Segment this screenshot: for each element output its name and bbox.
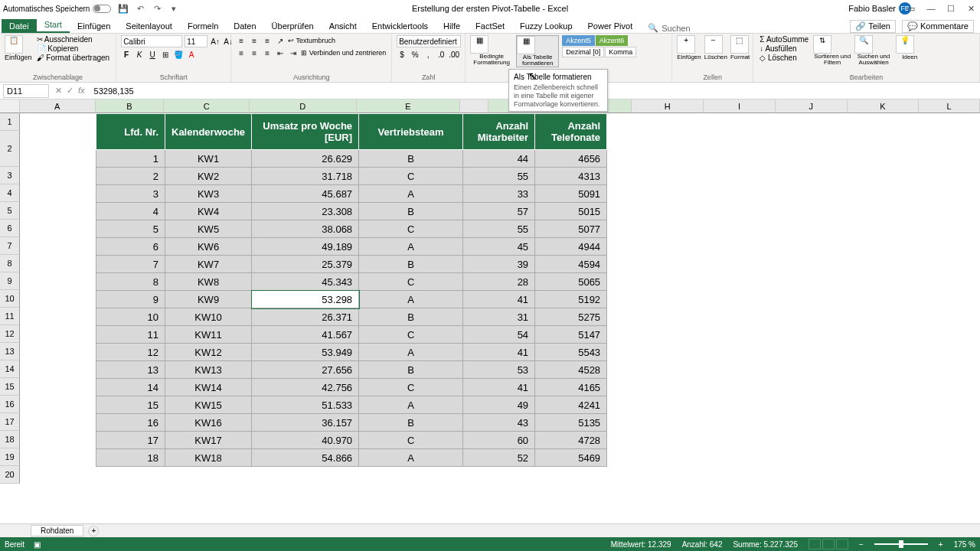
fill-color-icon[interactable]: 🪣	[173, 49, 184, 60]
tab-view[interactable]: Ansicht	[322, 19, 364, 33]
cell[interactable]: 52	[463, 449, 535, 467]
percent-icon[interactable]: %	[410, 49, 420, 60]
cell[interactable]: KW11	[165, 326, 252, 344]
cell[interactable]: 42.756	[252, 379, 359, 396]
col-header-B[interactable]: B	[96, 99, 165, 113]
format-painter-button[interactable]: 🖌 Format übertragen	[35, 54, 112, 62]
col-header-I[interactable]: I	[704, 99, 776, 113]
row-header-10[interactable]: 10	[0, 290, 20, 308]
tab-data[interactable]: Daten	[226, 19, 263, 33]
cell[interactable]: 57	[463, 203, 535, 220]
row-header-16[interactable]: 16	[0, 396, 20, 413]
user-account[interactable]: Fabio Basler FB	[848, 2, 911, 15]
zoom-out-icon[interactable]: −	[859, 540, 864, 549]
cell[interactable]: 4944	[535, 238, 607, 256]
col-header-K[interactable]: K	[848, 99, 920, 113]
select-all-corner[interactable]	[0, 99, 20, 113]
cell[interactable]: 33	[463, 185, 535, 203]
save-icon[interactable]: 💾	[117, 2, 129, 15]
tab-help[interactable]: Hilfe	[436, 19, 468, 33]
cell[interactable]: KW3	[165, 185, 252, 203]
cell[interactable]: 23.308	[252, 203, 359, 220]
col-header-F[interactable]	[460, 99, 488, 113]
font-color-icon[interactable]: A	[186, 49, 197, 60]
cell[interactable]: 38.068	[252, 220, 359, 238]
cell[interactable]: C	[359, 273, 463, 291]
tab-file[interactable]: Datei	[2, 19, 37, 33]
cell[interactable]: KW9	[165, 291, 252, 308]
ribbon-options-icon[interactable]: ▭	[905, 4, 917, 14]
align-bottom-icon[interactable]: ≡	[262, 35, 273, 46]
cell[interactable]: B	[359, 361, 463, 379]
row-header-5[interactable]: 5	[0, 202, 20, 220]
style-accent6[interactable]: Akzent6	[596, 35, 629, 46]
col-header-A[interactable]: A	[20, 99, 96, 113]
cell[interactable]: 49	[463, 396, 535, 414]
cell[interactable]: 3	[96, 185, 165, 203]
tab-review[interactable]: Überprüfen	[264, 19, 322, 33]
cell[interactable]: 53.298	[252, 291, 359, 308]
row-header-18[interactable]: 18	[0, 431, 20, 448]
increase-font-icon[interactable]: A↑	[210, 36, 220, 47]
sort-filter-button[interactable]: ⇅Sortieren und Filtern	[813, 35, 851, 66]
col-header-H[interactable]: H	[632, 99, 704, 113]
page-layout-view-icon[interactable]	[822, 539, 835, 549]
cell[interactable]: 18	[96, 449, 165, 467]
row-header-11[interactable]: 11	[0, 308, 20, 325]
col-header-C[interactable]: C	[164, 99, 250, 113]
cell[interactable]: C	[359, 168, 463, 185]
cell[interactable]: 41	[463, 291, 535, 308]
col-header-E[interactable]: E	[357, 99, 461, 113]
share-button[interactable]: 🔗 Teilen	[850, 20, 896, 33]
cell[interactable]: 40.970	[252, 432, 359, 449]
cell[interactable]: C	[359, 379, 463, 396]
cell[interactable]: 12	[96, 344, 165, 361]
insert-cells-button[interactable]: +Einfügen	[677, 35, 701, 60]
cell[interactable]: 4528	[535, 361, 607, 379]
cell[interactable]: 13	[96, 361, 165, 379]
cut-button[interactable]: ✂ Ausschneiden	[35, 35, 112, 44]
cancel-formula-icon[interactable]: ✕	[55, 86, 62, 96]
cell[interactable]: B	[359, 256, 463, 273]
align-center-icon[interactable]: ≡	[249, 47, 260, 58]
row-header-4[interactable]: 4	[0, 184, 20, 202]
cell[interactable]: A	[359, 396, 463, 414]
row-header-20[interactable]: 20	[0, 466, 20, 484]
col-header-J[interactable]: J	[776, 99, 848, 113]
cell[interactable]: 26.629	[252, 150, 359, 168]
cell[interactable]: 8	[96, 273, 165, 291]
format-as-table-button[interactable]: ▦ Als Tabelle formatieren	[516, 35, 559, 67]
cell[interactable]: 60	[463, 432, 535, 449]
cell[interactable]: 5469	[535, 449, 607, 467]
row-header-3[interactable]: 3	[0, 167, 20, 184]
row-header-15[interactable]: 15	[0, 378, 20, 396]
cell[interactable]: 5192	[535, 291, 607, 308]
cell[interactable]: KW16	[165, 414, 252, 432]
row-header-12[interactable]: 12	[0, 325, 20, 343]
cell[interactable]: A	[359, 344, 463, 361]
cell[interactable]: 27.656	[252, 361, 359, 379]
cell[interactable]: 4313	[535, 168, 607, 185]
cell[interactable]: 5091	[535, 185, 607, 203]
enter-formula-icon[interactable]: ✓	[67, 86, 74, 96]
row-header-2[interactable]: 2	[0, 131, 20, 167]
tab-fuzzy[interactable]: Fuzzy Lookup	[512, 19, 580, 33]
cell[interactable]: B	[359, 203, 463, 220]
dec-decimal-icon[interactable]: .00	[449, 49, 459, 60]
cell[interactable]: 49.189	[252, 238, 359, 256]
col-header-D[interactable]: D	[250, 99, 357, 113]
row-header-9[interactable]: 9	[0, 272, 20, 290]
cell[interactable]: 31.718	[252, 168, 359, 185]
cell[interactable]: C	[359, 326, 463, 344]
cell[interactable]: KW10	[165, 308, 252, 326]
cell[interactable]: 5275	[535, 308, 607, 326]
row-header-1[interactable]: 1	[0, 113, 20, 131]
cell[interactable]: 9	[96, 291, 165, 308]
cell[interactable]: 26.371	[252, 308, 359, 326]
page-break-view-icon[interactable]	[836, 539, 848, 549]
row-header-19[interactable]: 19	[0, 448, 20, 466]
cell[interactable]: 6	[96, 238, 165, 256]
minimize-icon[interactable]: —	[925, 4, 937, 14]
cell[interactable]: 55	[463, 220, 535, 238]
comma-icon[interactable]: ,	[423, 49, 433, 60]
